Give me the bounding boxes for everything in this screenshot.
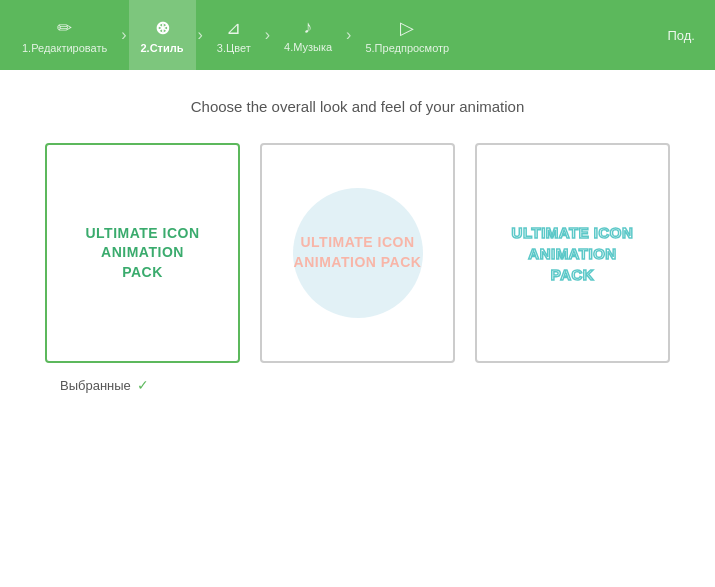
step-color-label: 3.Цвет [217,42,251,54]
separator-1: › [121,26,126,44]
color-icon: ⊿ [226,17,241,39]
nav-right-label: Под. [668,28,696,43]
page-subtitle: Choose the overall look and feel of your… [191,98,525,115]
selected-label-text: Выбранные [60,378,131,393]
check-icon: ✓ [137,377,149,393]
nav-right-button[interactable]: Под. [658,28,706,43]
selected-label-row: Выбранные ✓ [60,377,149,393]
preview-icon: ▷ [400,17,414,39]
step-edit-label: 1.Редактировать [22,42,107,54]
cards-row: ULTIMATE ICONANIMATIONPACK ULTIMATE ICON… [30,143,685,363]
nav-step-music[interactable]: ♪ 4.Музыка [272,0,344,70]
top-nav: ✏ 1.Редактировать › ⊛ 2.Стиль › ⊿ 3.Цвет… [0,0,715,70]
step-music-label: 4.Музыка [284,41,332,53]
step-style-label: 2.Стиль [141,42,184,54]
separator-3: › [265,26,270,44]
music-icon: ♪ [304,17,313,38]
nav-step-color[interactable]: ⊿ 3.Цвет [205,0,263,70]
nav-step-style[interactable]: ⊛ 2.Стиль [129,0,196,70]
separator-4: › [346,26,351,44]
style-card-2[interactable]: ULTIMATE ICONANIMATION PACK [260,143,455,363]
nav-step-preview[interactable]: ▷ 5.Предпросмотр [353,0,461,70]
style-card-1[interactable]: ULTIMATE ICONANIMATIONPACK [45,143,240,363]
card-3-title: ULTIMATE ICONANIMATIONPACK [502,212,644,295]
style-card-3[interactable]: ULTIMATE ICONANIMATIONPACK [475,143,670,363]
edit-icon: ✏ [57,17,72,39]
app-container: ✏ 1.Редактировать › ⊛ 2.Стиль › ⊿ 3.Цвет… [0,0,715,587]
nav-step-edit[interactable]: ✏ 1.Редактировать [10,0,119,70]
style-icon: ⊛ [155,17,170,39]
separator-2: › [198,26,203,44]
card-1-title: ULTIMATE ICONANIMATIONPACK [75,214,209,293]
main-content: Choose the overall look and feel of your… [0,70,715,587]
step-preview-label: 5.Предпросмотр [365,42,449,54]
nav-steps: ✏ 1.Редактировать › ⊛ 2.Стиль › ⊿ 3.Цвет… [10,0,658,70]
card-2-title: ULTIMATE ICONANIMATION PACK [284,223,432,282]
